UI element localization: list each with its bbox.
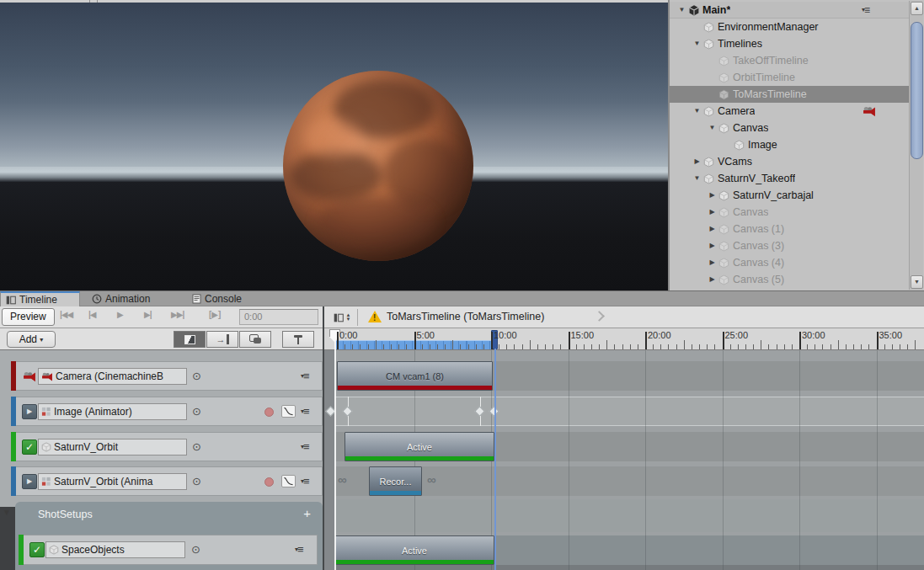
expand-arrow-icon[interactable]: ▶ bbox=[691, 153, 703, 170]
ruler-minor-tick bbox=[460, 344, 461, 349]
curves-icon[interactable] bbox=[281, 405, 296, 418]
expand-arrow-icon[interactable]: ▶ bbox=[706, 187, 718, 204]
time-ruler[interactable]: 0:005:0010:0015:0020:0025:0030:0035:00 bbox=[324, 328, 924, 350]
sequence-select-button[interactable]: ▲▼ bbox=[327, 309, 358, 326]
group-collapse-arrow[interactable]: ▼ bbox=[3, 508, 11, 517]
time-field[interactable]: 0:00 bbox=[239, 309, 318, 325]
track-camera[interactable]: Camera (CinemachineB ⊙ ▾≡ bbox=[16, 361, 323, 391]
tab-console[interactable]: Console bbox=[187, 291, 247, 306]
ruler-minor-tick bbox=[638, 344, 638, 349]
hierarchy-item-camera[interactable]: ▼Camera bbox=[670, 103, 910, 120]
playhead-line[interactable] bbox=[334, 338, 336, 570]
gameobject-cube-icon bbox=[718, 123, 733, 134]
expand-arrow-icon[interactable]: ▼ bbox=[691, 103, 703, 120]
hierarchy-item-takeofftimeline[interactable]: TakeOffTimeline bbox=[670, 52, 910, 69]
track-saturnv-orbit-animator[interactable]: ▶ SaturnV_Orbit (Anima ⊙ ▾≡ bbox=[16, 466, 323, 496]
expand-arrow-icon[interactable]: ▶ bbox=[706, 254, 718, 271]
clip-active-orbit[interactable]: Active bbox=[344, 432, 494, 461]
tab-bar: Timeline Animation Console bbox=[0, 291, 924, 306]
track-menu-icon[interactable]: ▾≡ bbox=[301, 474, 309, 489]
track-name-field[interactable]: SaturnV_Orbit bbox=[38, 439, 187, 455]
ruler-major-tick bbox=[491, 332, 493, 349]
pin-icon bbox=[293, 334, 303, 345]
expand-arrow-icon[interactable]: ▼ bbox=[691, 170, 703, 187]
track-name-field[interactable]: SpaceObjects bbox=[45, 541, 185, 558]
track-spaceobjects[interactable]: ✓ SpaceObjects ⊙ ▾≡ bbox=[24, 535, 318, 565]
play-range-button[interactable]: [▶] bbox=[209, 310, 221, 319]
track-name-field[interactable]: Camera (CinemachineB bbox=[38, 368, 187, 385]
track-image-animator[interactable]: ▶ Image (Animator) ⊙ ▾≡ bbox=[16, 397, 323, 426]
preview-toggle[interactable]: Preview bbox=[2, 308, 55, 326]
hierarchy-item-canvas-5[interactable]: ▶Canvas (5) bbox=[670, 271, 910, 288]
active-checkbox[interactable]: ✓ bbox=[22, 439, 37, 455]
object-picker-icon[interactable]: ⊙ bbox=[192, 369, 201, 384]
track-name-field[interactable]: SaturnV_Orbit (Anima bbox=[38, 473, 187, 490]
object-picker-icon[interactable]: ⊙ bbox=[192, 439, 201, 455]
hierarchy-item-timelines[interactable]: ▼Timelines bbox=[670, 35, 910, 52]
scroll-up-icon[interactable]: ▲ bbox=[911, 2, 923, 15]
hierarchy-item-saturnv-takeoff[interactable]: ▼SaturnV_Takeoff bbox=[670, 170, 910, 187]
clip-stripe bbox=[345, 456, 494, 461]
track-saturnv-orbit[interactable]: ✓ SaturnV_Orbit ⊙ ▾≡ bbox=[16, 432, 323, 461]
replace-mode-button[interactable] bbox=[239, 331, 271, 348]
curves-icon[interactable] bbox=[281, 475, 296, 487]
scroll-down-icon[interactable]: ▼ bbox=[911, 275, 923, 289]
ruler-label: 5:00 bbox=[417, 330, 435, 340]
clip-cm-vcam1[interactable]: CM vcam1 (8) bbox=[337, 361, 493, 391]
track-menu-icon[interactable]: ▾≡ bbox=[301, 404, 309, 419]
object-picker-icon[interactable]: ⊙ bbox=[191, 542, 200, 557]
track-menu-icon[interactable]: ▾≡ bbox=[301, 439, 309, 455]
ruler-minor-tick bbox=[761, 340, 761, 349]
hierarchy-scrollbar[interactable]: ▲ ▼ bbox=[909, 1, 923, 290]
record-icon[interactable] bbox=[264, 477, 274, 487]
track-name-field[interactable]: Image (Animator) bbox=[38, 403, 187, 420]
hierarchy-item-canvas-3[interactable]: ▶Canvas (3) bbox=[670, 237, 910, 254]
expand-arrow-icon[interactable]: ▶ bbox=[706, 237, 718, 254]
go-to-end-button[interactable]: ▶▶| bbox=[171, 310, 184, 319]
tab-timeline[interactable]: Timeline bbox=[0, 291, 80, 306]
hierarchy-item-image[interactable]: Image bbox=[670, 136, 910, 153]
expand-arrow-icon[interactable]: ▶ bbox=[706, 204, 718, 221]
hierarchy-item-canvas-1[interactable]: ▶Canvas (1) bbox=[670, 221, 910, 237]
active-checkbox[interactable]: ✓ bbox=[29, 542, 45, 557]
expand-arrow-icon[interactable]: ▼ bbox=[691, 35, 703, 52]
track-play-icon[interactable]: ▶ bbox=[22, 474, 37, 489]
mix-mode-button[interactable] bbox=[174, 331, 206, 348]
clip-recorded[interactable]: Recor... bbox=[369, 466, 422, 496]
hierarchy-item-vcams[interactable]: ▶VCams bbox=[670, 153, 910, 170]
ruler-major-tick bbox=[877, 332, 879, 349]
track-play-icon[interactable]: ▶ bbox=[22, 404, 37, 419]
play-button[interactable]: ▶ bbox=[117, 310, 123, 319]
ruler-minor-tick bbox=[452, 340, 453, 349]
track-menu-icon[interactable]: ▾≡ bbox=[301, 369, 309, 384]
track-menu-icon[interactable]: ▾≡ bbox=[295, 542, 303, 557]
record-icon[interactable] bbox=[264, 408, 274, 417]
go-to-start-button[interactable]: |◀◀ bbox=[60, 310, 72, 319]
ripple-mode-button[interactable]: → bbox=[206, 331, 238, 348]
hierarchy-item-environmentmanager[interactable]: EnvironmentManager bbox=[670, 19, 910, 35]
previous-frame-button[interactable]: |◀ bbox=[88, 310, 96, 319]
expand-arrow-icon[interactable]: ▼ bbox=[676, 2, 688, 19]
hierarchy-item-tomarstimeline[interactable]: ToMarsTimeline bbox=[670, 86, 910, 103]
object-picker-icon[interactable]: ⊙ bbox=[192, 404, 201, 419]
hierarchy-item-saturnv-carbajal[interactable]: ▶SaturnV_carbajal bbox=[670, 187, 910, 204]
expand-arrow-icon[interactable]: ▶ bbox=[706, 221, 718, 237]
object-picker-icon[interactable]: ⊙ bbox=[192, 474, 201, 489]
tab-animation[interactable]: Animation bbox=[87, 291, 155, 306]
ruler-minor-tick bbox=[777, 344, 777, 349]
hierarchy-item-orbittimeline[interactable]: OrbitTimeline bbox=[670, 69, 910, 86]
expand-arrow-icon[interactable]: ▼ bbox=[706, 120, 718, 136]
gameobject-cube-icon bbox=[718, 89, 733, 100]
marker-pin-button[interactable] bbox=[282, 331, 314, 348]
scrollbar-thumb[interactable] bbox=[911, 22, 923, 159]
clip-active-spaceobjects[interactable]: Active bbox=[334, 535, 494, 565]
add-track-button[interactable]: Add ▾ bbox=[7, 331, 56, 348]
hierarchy-item-canvas[interactable]: ▼Canvas bbox=[670, 120, 910, 136]
hierarchy-menu-icon[interactable]: ▾≡ bbox=[862, 2, 869, 19]
group-add-button[interactable]: + bbox=[303, 506, 311, 520]
hierarchy-item-main[interactable]: ▼Main*▾≡ bbox=[670, 2, 910, 19]
next-frame-button[interactable]: ▶| bbox=[144, 310, 152, 319]
hierarchy-item-canvas-4[interactable]: ▶Canvas (4) bbox=[670, 254, 910, 271]
hierarchy-item-canvas[interactable]: ▶Canvas bbox=[670, 204, 910, 221]
expand-arrow-icon[interactable]: ▶ bbox=[706, 271, 718, 288]
